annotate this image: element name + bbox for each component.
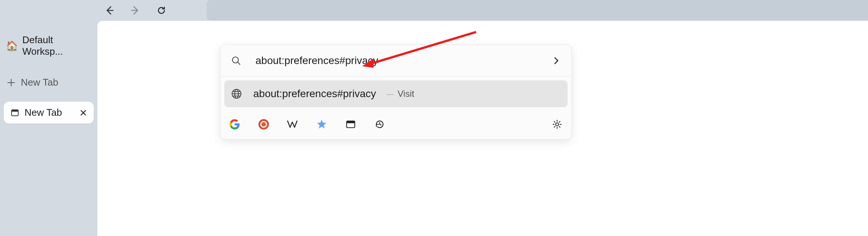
go-button[interactable] (552, 56, 561, 65)
bookmarks-engine-button[interactable] (315, 118, 328, 131)
home-icon: 🏠 (6, 40, 18, 52)
sidebar: 🏠 Default Worksp... New Tab New Tab (0, 0, 97, 236)
tab-icon (10, 108, 19, 117)
google-engine-button[interactable] (228, 118, 241, 131)
globe-icon (231, 88, 242, 99)
search-icon (231, 55, 241, 66)
history-engine-button[interactable] (373, 118, 386, 131)
search-settings-button[interactable] (550, 118, 564, 131)
search-engine-row (221, 111, 571, 139)
new-tab-button[interactable]: New Tab (0, 74, 97, 91)
svg-point-7 (261, 122, 266, 127)
suggestion-url: about:preferences#privacy (253, 88, 376, 100)
tab-label: New Tab (25, 107, 62, 118)
url-bar-background (207, 0, 868, 20)
forward-button[interactable] (128, 3, 143, 18)
reload-button[interactable] (154, 3, 169, 18)
suggestion-action: Visit (386, 89, 414, 99)
tabs-engine-button[interactable] (344, 118, 357, 131)
url-dropdown: about:preferences#privacy Visit (220, 45, 572, 140)
back-button[interactable] (102, 3, 117, 18)
workspace-label: Default Worksp... (22, 34, 91, 57)
wikipedia-engine-button[interactable] (286, 118, 299, 131)
workspace-selector[interactable]: 🏠 Default Worksp... (0, 31, 97, 60)
plus-icon (6, 77, 16, 88)
svg-rect-1 (12, 110, 18, 112)
close-icon[interactable] (80, 109, 87, 117)
svg-rect-9 (347, 121, 355, 123)
url-input-row (221, 45, 571, 77)
nav-toolbar (97, 0, 205, 20)
suggestion-row[interactable]: about:preferences#privacy Visit (224, 80, 568, 107)
new-tab-label: New Tab (21, 77, 58, 88)
svg-point-10 (556, 123, 559, 126)
tab-active[interactable]: New Tab (4, 102, 94, 124)
duckduckgo-engine-button[interactable] (257, 118, 270, 131)
url-input[interactable] (255, 55, 552, 67)
